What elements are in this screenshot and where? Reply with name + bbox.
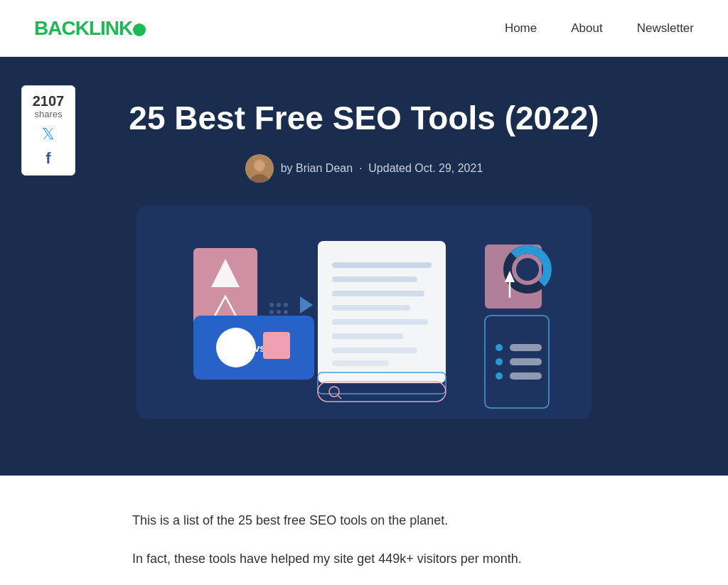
main-content: This is a list of the 25 best free SEO t… xyxy=(115,476,613,585)
svg-rect-20 xyxy=(332,277,417,282)
share-label: shares xyxy=(32,109,65,119)
svg-rect-43 xyxy=(510,344,542,351)
twitter-icon[interactable]: 𝕏 xyxy=(32,125,65,144)
share-box: 2107 shares 𝕏 f xyxy=(21,85,75,176)
svg-rect-24 xyxy=(332,333,403,339)
svg-point-42 xyxy=(496,372,503,380)
svg-point-13 xyxy=(284,310,288,314)
nav-newsletter[interactable]: Newsletter xyxy=(637,21,694,36)
facebook-icon[interactable]: f xyxy=(32,149,65,168)
svg-point-9 xyxy=(277,303,281,307)
svg-point-12 xyxy=(277,310,281,314)
svg-rect-25 xyxy=(332,348,417,353)
nav-home[interactable]: Home xyxy=(505,21,537,36)
svg-point-41 xyxy=(496,358,503,365)
svg-rect-21 xyxy=(332,291,424,296)
svg-rect-45 xyxy=(510,372,542,380)
svg-rect-19 xyxy=(332,262,432,268)
svg-point-40 xyxy=(496,344,503,351)
avatar xyxy=(245,154,274,183)
page-title: 25 Best Free SEO Tools (2022) xyxy=(129,100,599,137)
svg-rect-31 xyxy=(263,332,290,359)
share-count: 2107 xyxy=(32,93,65,109)
author-text: by Brian Dean · Updated Oct. 29, 2021 xyxy=(281,162,483,175)
svg-rect-26 xyxy=(332,360,389,366)
svg-point-38 xyxy=(516,258,539,281)
logo-o xyxy=(133,23,146,36)
nav-about[interactable]: About xyxy=(571,21,602,36)
author-row: by Brian Dean · Updated Oct. 29, 2021 xyxy=(245,154,483,183)
hero-section: 2107 shares 𝕏 f 25 Best Free SEO Tools (… xyxy=(0,57,728,476)
svg-point-10 xyxy=(284,303,288,307)
site-header: BACKLINK Home About Newsletter xyxy=(0,0,728,57)
svg-rect-23 xyxy=(332,319,428,325)
logo[interactable]: BACKLINK xyxy=(34,17,146,40)
paragraph-2: In fact, these tools have helped my site… xyxy=(132,548,596,570)
hero-image: vs xyxy=(136,205,592,419)
svg-rect-22 xyxy=(332,305,410,311)
svg-point-8 xyxy=(269,303,274,307)
svg-point-11 xyxy=(269,310,274,314)
logo-text: BACKLINK xyxy=(34,17,132,39)
main-nav: Home About Newsletter xyxy=(505,21,694,36)
svg-point-3 xyxy=(255,161,264,171)
svg-point-29 xyxy=(216,328,256,367)
svg-rect-44 xyxy=(510,358,542,365)
paragraph-1: This is a list of the 25 best free SEO t… xyxy=(132,510,596,532)
